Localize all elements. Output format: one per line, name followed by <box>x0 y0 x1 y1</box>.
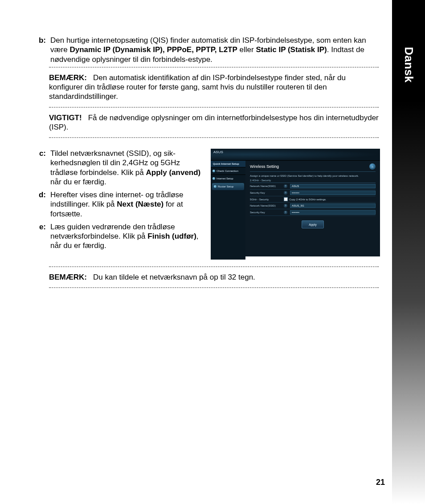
divider <box>49 107 379 108</box>
router-brand-bar: ASUS <box>211 149 380 161</box>
input-ssid-24[interactable] <box>290 184 376 188</box>
step-b-bold2: Static IP (Statisk IP) <box>256 45 327 54</box>
step-e: e: Læs guiden vedrørende den trådløse ne… <box>33 222 203 251</box>
language-label: Dansk <box>402 47 416 83</box>
row-key-5: Security Key ? <box>250 209 376 216</box>
input-ssid-5[interactable] <box>290 203 376 208</box>
note-3: BEMÆRK:Du kan tildele et netværksnavn på… <box>49 269 379 285</box>
step-c-p2: når du er færdig. <box>50 178 106 186</box>
step-c: c: Tildel netværksnavnet (SSID), og sik-… <box>33 149 203 187</box>
router-main-panel: Wireless Setting ⌂ Assign a unique name … <box>245 161 380 260</box>
step-e-label: e: <box>33 222 50 251</box>
note-2-label: VIGTIGT! <box>49 113 82 122</box>
label-ssid-24: Network Name(SSID) <box>250 185 281 187</box>
language-side-tab: Dansk <box>392 0 425 504</box>
divider <box>49 137 379 138</box>
home-icon[interactable]: ⌂ <box>369 163 376 170</box>
row-key-24: Security Key ? <box>250 190 376 196</box>
note-2: VIGTIGT!Få de nødvendige oplysninger om … <box>49 110 379 136</box>
row-ssid-24: Network Name(SSID) ? <box>250 183 376 190</box>
router-sidebar: Quick Internet Setup Check Connection In… <box>211 161 245 260</box>
label-ssid-5: Network Name(SSID) <box>250 204 281 207</box>
note-1-text: Den automatisk identifikation af din ISP… <box>49 73 346 101</box>
step-c-label: c: <box>33 149 50 187</box>
status-dot-icon <box>214 185 217 188</box>
step-c-body: Tildel netværksnavnet (SSID), og sik-ker… <box>50 149 202 187</box>
note-3-label: BEMÆRK: <box>49 272 87 282</box>
help-icon[interactable]: ? <box>284 211 287 214</box>
help-icon[interactable]: ? <box>284 191 287 195</box>
divider <box>49 287 379 288</box>
step-b-label: b: <box>33 36 50 64</box>
qis-item-label: Internet Setup <box>217 177 233 180</box>
row-section-5ghz: 5GHz - Security Copy 2.4GHz to 5GHz sett… <box>250 196 376 203</box>
page-number: 21 <box>376 478 385 487</box>
step-b-mid: eller <box>237 45 256 54</box>
input-key-5[interactable] <box>290 210 376 215</box>
label-key-24: Security Key <box>250 191 281 194</box>
qis-item-label: Check Connection <box>217 170 238 172</box>
label-key-5: Security Key <box>250 211 281 214</box>
status-dot-icon <box>212 170 215 172</box>
steps-cde: c: Tildel netværksnavnet (SSID), og sik-… <box>33 149 203 256</box>
step-b: b: Den hurtige internetopsæting (QIS) fi… <box>33 36 385 64</box>
qis-item-check-connection[interactable]: Check Connection <box>211 167 245 175</box>
router-body: Quick Internet Setup Check Connection In… <box>211 161 380 260</box>
step-b-bold1: Dynamic IP (Dynamisk IP), PPPoE, PPTP, L… <box>69 45 237 54</box>
wireless-setting-title-row: Wireless Setting ⌂ <box>250 163 376 172</box>
row-steps-and-screenshot: c: Tildel netværksnavnet (SSID), og sik-… <box>33 149 385 256</box>
status-dot-icon <box>212 177 215 180</box>
help-icon[interactable]: ? <box>284 204 287 207</box>
page-content: b: Den hurtige internetopsæting (QIS) fi… <box>33 36 385 290</box>
divider <box>49 266 379 267</box>
qis-item-router-setup[interactable]: Router Setup <box>212 183 244 190</box>
help-icon[interactable]: ? <box>284 184 287 188</box>
qis-title: Quick Internet Setup <box>211 161 245 167</box>
checkbox-icon <box>284 197 288 201</box>
note-3-text: Du kan tildele et netværksnavn på op til… <box>93 273 255 281</box>
wireless-setting-hint: Assign a unique name or SSID (Service Se… <box>250 175 376 177</box>
step-c-b1: Apply (anvend) <box>146 168 201 177</box>
wireless-setting-title: Wireless Setting <box>250 164 279 169</box>
note-2-text: Få de nødvendige oplysninger om din inte… <box>49 114 379 131</box>
step-e-b1: Finish (udfør) <box>147 232 196 240</box>
step-d-b1: Next (Næste) <box>117 200 163 208</box>
apply-button[interactable]: Apply <box>302 220 324 228</box>
qis-item-label: Router Setup <box>218 185 233 188</box>
note-1-label: BEMÆRK: <box>49 73 87 82</box>
input-key-24[interactable] <box>290 191 376 195</box>
qis-item-internet-setup[interactable]: Internet Setup <box>211 175 245 182</box>
note-1: BEMÆRK:Den automatisk identifikation af … <box>49 69 379 105</box>
step-b-body: Den hurtige internetopsæting (QIS) finde… <box>50 36 385 64</box>
step-d-body: Herefter vises dine internet- og trådløs… <box>50 190 202 219</box>
row-ssid-5: Network Name(SSID) ? <box>250 203 376 209</box>
copy-settings-checkbox[interactable]: Copy 2.4GHz to 5GHz settings. <box>284 197 376 201</box>
copy-settings-label: Copy 2.4GHz to 5GHz settings. <box>289 198 327 201</box>
section-24ghz: 2.4GHz - Security <box>250 178 376 183</box>
step-e-body: Læs guiden vedrørende den trådløse netvæ… <box>50 222 202 251</box>
router-screenshot: ASUS Quick Internet Setup Check Connecti… <box>211 149 385 256</box>
step-d-label: d: <box>33 190 50 219</box>
step-d: d: Herefter vises dine internet- og tråd… <box>33 190 203 219</box>
router-ui: ASUS Quick Internet Setup Check Connecti… <box>211 149 380 256</box>
section-5ghz: 5GHz - Security <box>250 198 281 201</box>
divider <box>49 67 379 68</box>
